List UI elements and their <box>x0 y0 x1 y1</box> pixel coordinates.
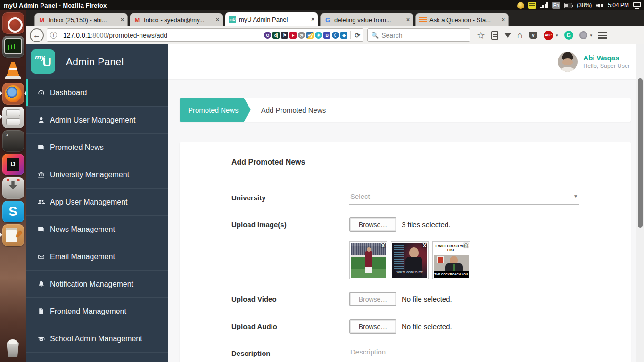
vlc-icon[interactable] <box>2 59 24 81</box>
purple-circle-icon[interactable]: O <box>264 32 271 39</box>
keyboard-layout-indicator[interactable]: En <box>552 2 560 9</box>
sidebar-item-notification-management[interactable]: Notification Management <box>26 270 168 297</box>
sidebar-item-school-admin-management[interactable]: School Admin Management <box>26 325 168 352</box>
scrollbar-track[interactable] <box>636 44 644 362</box>
grammarly-icon[interactable]: G <box>564 31 573 40</box>
tab-label: Inbox (25,150) - abi... <box>49 16 118 24</box>
clock[interactable]: 5:04 PM <box>608 2 629 8</box>
reload-icon[interactable]: ⟳ <box>355 32 360 39</box>
tab-stackoverflow[interactable]: Ask a Question - Sta... × <box>415 13 509 26</box>
sidebar-item-label: Dashboard <box>50 89 87 97</box>
sidebar-item-app-user-management[interactable]: App User Management <box>26 188 168 215</box>
tab-gmail-2[interactable]: M Inbox - syedabi@my... × <box>130 13 223 26</box>
network-signal-icon[interactable] <box>540 2 548 8</box>
tab-google-search[interactable]: G deleting value from... × <box>320 13 413 26</box>
sidebar-item-admin-user-management[interactable]: Admin User Management <box>26 106 168 133</box>
site-info-icon[interactable]: i <box>50 32 57 39</box>
remove-image-icon[interactable]: X <box>422 242 427 249</box>
dead-to-me-image: You're dead to me <box>392 243 427 278</box>
software-updater-icon[interactable] <box>2 177 24 199</box>
trash-icon[interactable] <box>2 337 24 359</box>
adblock-plus-icon[interactable]: ABP <box>544 31 553 40</box>
pocket-icon[interactable]: ∨ <box>529 32 537 39</box>
upload-video-label: Upload Video <box>231 295 349 303</box>
sidebar-item-news-management[interactable]: News Management <box>26 215 168 243</box>
tab-label: myU Admin Panel <box>239 16 308 23</box>
cockroach-meme-image: L WILL CRUSH YOU LIKE THE COCKROACH YOU … <box>434 243 469 278</box>
page-header: Abi Waqas Hello, Super User <box>168 44 644 79</box>
tab-close-icon[interactable]: × <box>216 16 219 23</box>
home-icon[interactable]: ⌂ <box>517 30 523 41</box>
sidebar-item-email-management[interactable]: Email Management <box>26 243 168 270</box>
tab-gmail-1[interactable]: M Inbox (25,150) - abi... × <box>34 13 128 26</box>
audio-browse-button[interactable]: Browse… <box>349 319 396 334</box>
sidebar-item-frontend-management[interactable]: Frontend Management <box>26 297 168 325</box>
django-icon[interactable]: dj <box>272 32 280 39</box>
stackoverflow-icon <box>419 16 427 24</box>
f-script-icon[interactable]: F <box>289 32 297 39</box>
clock-icon[interactable]: ◷ <box>298 32 305 39</box>
battery-icon[interactable] <box>564 3 572 8</box>
admin-user-icon <box>37 116 45 124</box>
scrollbar-thumb[interactable] <box>638 78 643 228</box>
keyring-icon[interactable] <box>517 2 524 9</box>
sidebar-menu: Dashboard Admin User Management Promoted… <box>26 79 168 362</box>
university-icon <box>37 171 45 179</box>
tab-myu-admin-active[interactable]: mU myU Admin Panel × <box>225 12 318 26</box>
images-browse-button[interactable]: Browse… <box>349 217 396 232</box>
user-meta[interactable]: Abi Waqas Hello, Super User <box>583 53 630 70</box>
breadcrumb-section[interactable]: Promoted News <box>180 98 251 122</box>
chevron-down-icon[interactable]: ▾ <box>556 33 558 38</box>
thumbnail-dead-to-me: You're dead to me X <box>391 241 429 279</box>
tab-close-icon[interactable]: × <box>311 16 314 23</box>
sidebar-item-promoted-news[interactable]: Promoted News <box>26 133 168 161</box>
sidebar-item-dashboard[interactable]: Dashboard <box>26 79 168 106</box>
intellij-icon[interactable] <box>2 154 24 175</box>
description-placeholder: Description <box>350 348 386 356</box>
session-menu-icon[interactable] <box>633 2 641 9</box>
university-select[interactable]: Select ▼ <box>349 191 579 205</box>
volume-icon[interactable] <box>596 2 603 8</box>
search-field[interactable]: 🔍 Search <box>367 28 470 42</box>
skype-icon[interactable] <box>2 201 24 222</box>
remove-image-icon[interactable]: X <box>464 242 468 249</box>
description-input[interactable]: Description <box>349 346 579 360</box>
back-button[interactable]: ← <box>30 28 44 42</box>
sidebar-item-label: University Management <box>50 171 129 179</box>
python-icon[interactable]: Py <box>306 32 314 39</box>
extension-icon[interactable] <box>579 31 587 39</box>
football-image <box>351 243 386 278</box>
messages-icon[interactable] <box>528 2 536 9</box>
tab-close-icon[interactable]: × <box>406 16 410 23</box>
video-browse-button[interactable]: Browse… <box>349 292 396 306</box>
bootstrap-icon[interactable]: B <box>323 32 330 39</box>
promoted-news-icon <box>37 143 45 152</box>
files-icon[interactable] <box>2 107 24 128</box>
flag-icon[interactable]: ⚑ <box>281 32 288 39</box>
bookmark-star-icon[interactable]: ☆ <box>477 30 485 41</box>
menu-icon[interactable] <box>598 32 607 39</box>
react-icon[interactable]: ✳ <box>315 32 322 39</box>
spark-icon[interactable]: ◆ <box>340 32 347 39</box>
search-placeholder: Search <box>381 32 402 39</box>
screen: myU Admin Panel - Mozilla Firefox En (38… <box>0 0 644 362</box>
notes-icon[interactable] <box>2 224 24 246</box>
terminal-icon[interactable] <box>2 130 24 152</box>
ubuntu-dash-icon[interactable] <box>2 12 24 34</box>
tab-close-icon[interactable]: × <box>121 16 124 23</box>
tab-close-icon[interactable]: × <box>502 16 505 23</box>
remove-image-icon[interactable]: X <box>381 242 385 249</box>
downloads-icon[interactable] <box>504 33 511 38</box>
tab-label: deleting value from... <box>334 16 404 24</box>
chevron-down-icon[interactable]: ▾ <box>590 33 593 38</box>
reading-list-icon[interactable] <box>491 31 498 40</box>
avatar[interactable] <box>558 52 578 72</box>
moon-icon[interactable]: ☾ <box>332 32 339 39</box>
firefox-icon[interactable] <box>2 83 24 105</box>
sidebar-item-label: School Admin Management <box>50 335 142 343</box>
sidebar-item-university-management[interactable]: University Management <box>26 161 168 188</box>
sidebar-header: my U Admin Panel <box>26 44 168 79</box>
sidebar-item-label: Admin User Management <box>50 116 135 124</box>
system-monitor-icon[interactable] <box>2 36 24 58</box>
url-bar[interactable]: i 127.0.0.1:8000/promoted-news/add O dj … <box>47 28 363 42</box>
